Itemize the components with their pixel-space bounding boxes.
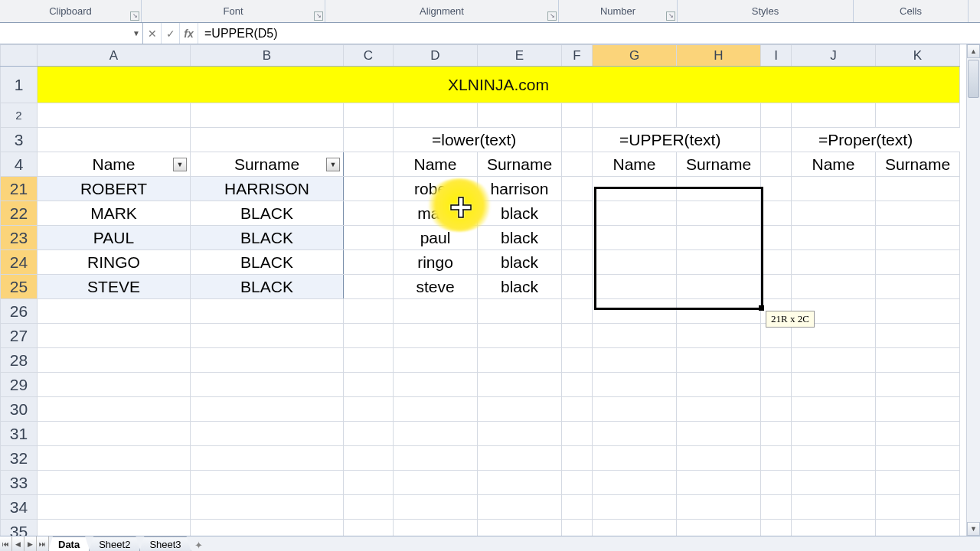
group-label: Cells: [900, 5, 922, 17]
name-box-container: ▼: [0, 23, 143, 44]
fx-icon[interactable]: fx: [180, 23, 198, 44]
formula-bar: ▼ ✕ ✓ fx: [0, 23, 980, 44]
name-box[interactable]: [0, 24, 130, 44]
ribbon-group-clipboard: Clipboard ↘: [0, 0, 142, 22]
cancel-icon[interactable]: ✕: [143, 23, 162, 44]
enter-icon[interactable]: ✓: [162, 23, 180, 44]
group-label: Styles: [752, 5, 779, 17]
dialog-launcher-icon[interactable]: ↘: [130, 11, 139, 21]
ribbon-group-number: Number ↘: [559, 0, 678, 22]
ribbon-group-font: Font ↘: [142, 0, 325, 22]
formula-icons: ✕ ✓ fx: [143, 23, 198, 44]
name-box-dropdown-icon[interactable]: ▼: [130, 24, 142, 44]
group-label: Number: [600, 5, 635, 17]
group-label: Font: [223, 5, 243, 17]
ribbon-group-styles: Styles: [678, 0, 854, 22]
group-label: Clipboard: [49, 5, 92, 17]
group-label: Alignment: [420, 5, 464, 17]
dialog-launcher-icon[interactable]: ↘: [547, 11, 557, 21]
ribbon-group-alignment: Alignment ↘: [325, 0, 559, 22]
formula-input[interactable]: [198, 23, 980, 44]
ribbon-group-cells: Cells: [854, 0, 969, 22]
dialog-launcher-icon[interactable]: ↘: [666, 11, 675, 21]
dialog-launcher-icon[interactable]: ↘: [314, 11, 323, 21]
ribbon-group-labels: Clipboard ↘ Font ↘ Alignment ↘ Number ↘ …: [0, 0, 980, 23]
